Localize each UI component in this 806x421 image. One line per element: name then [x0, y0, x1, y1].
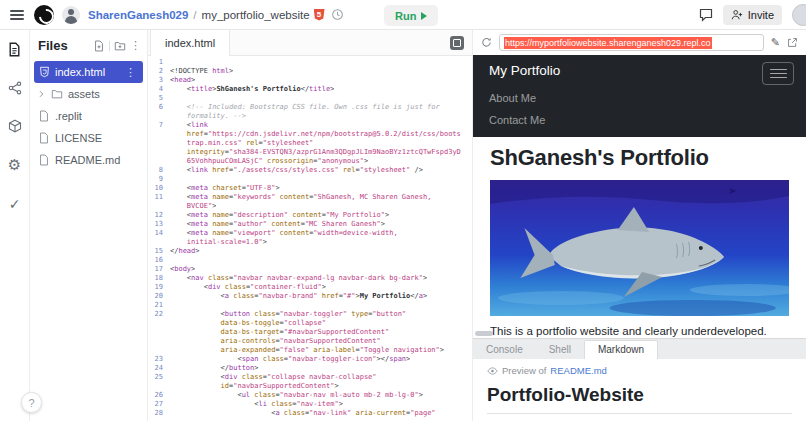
code-line[interactable]: trap.min.css" rel="stylesheet" — [148, 139, 472, 148]
project-name: my_portfolio_website — [202, 9, 310, 21]
invite-button[interactable]: Invite — [723, 5, 782, 25]
file-list: index.html⋮assets.replitLICENSEREADME.md — [30, 61, 147, 171]
site-paragraph-line: This is a portfolio website and clearly … — [490, 324, 789, 338]
code-line[interactable]: 19 <div class="container-fluid"> — [148, 283, 472, 292]
site-brand[interactable]: My Portfolio — [489, 63, 790, 78]
code-line[interactable]: 10 <meta charset="UTF-8"> — [148, 184, 472, 193]
code-line[interactable]: 4 <title>ShGanesh's Portfolio</title> — [148, 85, 472, 94]
file-row--replit[interactable]: .replit — [30, 105, 147, 127]
code-line[interactable]: 17<body> — [148, 265, 472, 274]
editor-tab-index-html[interactable]: index.html — [150, 30, 230, 56]
open-in-new-tab-icon[interactable] — [787, 37, 798, 48]
code-line[interactable]: 26 <ul class="navbar-nav ml-auto mb-2 mb… — [148, 391, 472, 400]
code-line[interactable]: 5 — [148, 94, 472, 103]
code-text: data-bs-target="#navbarSupportedContent" — [170, 328, 389, 337]
code-line[interactable]: 65VohhpuuCOmLASjC" crossorigin="anonymou… — [148, 157, 472, 166]
code-line[interactable]: 25 <div class="collapse navbar-collapse" — [148, 373, 472, 382]
code-line[interactable]: formality. --> — [148, 112, 472, 121]
version-control-icon[interactable] — [8, 81, 22, 95]
code-line[interactable]: 18 <nav class="navbar navbar-expand-lg n… — [148, 274, 472, 283]
code-line[interactable]: aria-expanded="false" aria-label="Toggle… — [148, 346, 472, 355]
checks-icon[interactable]: ✓ — [9, 196, 21, 211]
code-line[interactable]: 12 <meta name="description" content="My … — [148, 211, 472, 220]
line-number: 20 — [148, 292, 170, 301]
code-line[interactable]: 20 <a class="navbar-brand" href="#">My P… — [148, 292, 472, 301]
code-line[interactable]: 23 <span class="navbar-toggler-icon"></s… — [148, 355, 472, 364]
url-input[interactable]: https://myportfoliowebsite.sharenganesh0… — [499, 34, 764, 51]
code-line[interactable]: 8 <link href="./assets/css/styles.css" r… — [148, 166, 472, 175]
code-line[interactable]: 7 <link — [148, 121, 472, 130]
code-line[interactable]: 27 <li class="nav-item"> — [148, 400, 472, 409]
code-line[interactable]: data-bs-target="#navbarSupportedContent" — [148, 328, 472, 337]
code-line[interactable]: href="https://cdn.jsdelivr.net/npm/boots… — [148, 130, 472, 139]
code-area[interactable]: 12<!DOCTYPE html>3<head>4 <title>ShGanes… — [148, 56, 472, 421]
code-line[interactable]: 11 <meta name="keywords" content="ShGane… — [148, 193, 472, 202]
code-line[interactable]: 24 </button> — [148, 364, 472, 373]
code-line[interactable]: 2<!DOCTYPE html> — [148, 67, 472, 76]
line-number: 18 — [148, 274, 170, 283]
refresh-icon[interactable] — [481, 37, 492, 48]
code-line[interactable]: BVCOE"> — [148, 202, 472, 211]
replit-logo[interactable] — [34, 5, 54, 25]
chat-icon[interactable] — [699, 8, 713, 22]
code-text: <link href="./assets/css/styles.css" rel… — [170, 166, 423, 175]
file-label: .replit — [55, 110, 82, 122]
code-line[interactable]: 16 — [148, 256, 472, 265]
menu-icon[interactable] — [10, 8, 24, 22]
site-nav-link-contact-me[interactable]: Contact Me — [489, 109, 790, 131]
code-line[interactable]: aria-controls="navbarSupportedContent" — [148, 337, 472, 346]
tab-shell[interactable]: Shell — [536, 341, 584, 359]
tab-markdown[interactable]: Markdown — [584, 340, 658, 359]
code-line[interactable]: 15</head> — [148, 247, 472, 256]
code-line[interactable]: 21 — [148, 301, 472, 310]
packages-icon[interactable] — [8, 119, 22, 133]
new-folder-icon[interactable] — [114, 40, 126, 52]
code-line[interactable]: 28 <a class="nav-link" aria-current="pag… — [148, 409, 472, 418]
code-line[interactable]: 9 — [148, 175, 472, 184]
file-label: LICENSE — [55, 132, 102, 144]
code-text: trap.min.css" rel="stylesheet" — [170, 139, 313, 148]
history-icon[interactable] — [331, 8, 344, 21]
code-line[interactable]: 14 <meta name="viewport" content="width=… — [148, 229, 472, 238]
code-line[interactable]: initial-scale=1.0"> — [148, 238, 472, 247]
code-line[interactable]: 22 <button class="navbar-toggler" type="… — [148, 310, 472, 319]
line-number: 7 — [148, 121, 170, 130]
file-row-assets[interactable]: assets — [30, 83, 147, 105]
code-line[interactable]: integrity="sha384-EVSTQN3/azprG1Anm3QDgp… — [148, 148, 472, 157]
options-kebab-icon[interactable]: ⋮ — [130, 39, 141, 52]
code-line[interactable]: 6 <!-- Included: Bootstrap CSS file. Own… — [148, 103, 472, 112]
help-button[interactable]: ? — [21, 392, 42, 413]
readme-link[interactable]: README.md — [550, 365, 606, 376]
code-line[interactable]: id="navbarSupportedContent"> — [148, 382, 472, 391]
code-line[interactable]: 13 <meta name="author" content="MC Share… — [148, 220, 472, 229]
scrollbar-thumb[interactable] — [475, 331, 493, 336]
code-line[interactable]: 1 — [148, 58, 472, 67]
icon-rail: ⚙✓ — [0, 30, 30, 421]
code-line[interactable]: 3<head> — [148, 76, 472, 85]
shark-image — [490, 180, 789, 316]
file-row-index-html[interactable]: index.html⋮ — [34, 61, 143, 83]
account-avatar[interactable] — [792, 4, 806, 26]
edit-icon[interactable]: ✎ — [771, 36, 780, 49]
line-number — [148, 157, 170, 166]
file-row-readme-md[interactable]: README.md — [30, 149, 147, 171]
editor-settings-icon[interactable] — [450, 36, 464, 50]
line-number: 25 — [148, 373, 170, 382]
code-text: <meta charset="UTF-8"> — [170, 184, 280, 193]
file-row-license[interactable]: LICENSE — [30, 127, 147, 149]
readme-heading: Portfolio-Website — [487, 384, 792, 406]
new-file-icon[interactable] — [93, 40, 105, 52]
code-text: data-bs-toggle="collapse" — [170, 319, 326, 328]
file-icon — [38, 154, 50, 166]
run-button[interactable]: Run — [384, 5, 438, 26]
chevron-right-icon[interactable] — [38, 90, 46, 98]
files-icon[interactable] — [7, 42, 22, 57]
settings-icon[interactable]: ⚙ — [8, 157, 21, 172]
tab-console[interactable]: Console — [473, 341, 536, 359]
avatar[interactable] — [62, 6, 80, 24]
username-link[interactable]: SharenGanesh029 — [88, 9, 188, 21]
navbar-toggler-button[interactable] — [762, 62, 794, 85]
code-line[interactable]: data-bs-toggle="collapse" — [148, 319, 472, 328]
file-options-icon[interactable]: ⋮ — [122, 66, 139, 79]
site-nav-link-about-me[interactable]: About Me — [489, 87, 790, 109]
